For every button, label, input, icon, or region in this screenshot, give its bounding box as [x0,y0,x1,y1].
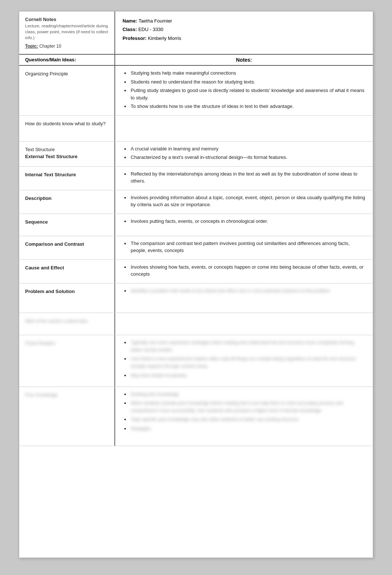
left-label-description: Description [25,195,52,201]
right-description: Involves providing information about a t… [115,190,373,214]
note-fluent-2: May have limited vocabulary. [123,372,365,379]
right-organizing-principle: Studying texts help make meaningful conn… [115,66,373,115]
left-blurred-1: Main of the section content idea [19,313,115,335]
note-sequence-0: Involves putting facts, events, or conce… [123,218,365,225]
right-cause-effect: Involves showing how facts, events, or c… [115,260,373,283]
note-0-3: To show students how to use the structur… [123,103,365,110]
right-sequence: Involves putting facts, events, or conce… [115,214,373,236]
note-comparison-0: The comparison and contrast text pattern… [123,240,365,254]
professor-line: Professor: Kimberly Morris [123,34,365,42]
row-how-students: How do students know what to study? [19,116,373,142]
right-how-students [115,116,373,141]
note-fluent-1: Less fluent or less experienced readers … [123,355,365,370]
row-sequence: Sequence Involves putting facts, events,… [19,214,373,236]
note-prior-2: Topic specific prior knowledge may also … [123,416,365,423]
row-text-structure: Text Structure External Text Structure A… [19,142,373,167]
blurred-left-prior: Prior Knowledge [25,392,58,398]
right-fluent-readers: Typically use more expressive strategies… [115,335,373,387]
name-line: Name: Taetha Fournier [123,17,365,25]
header-section: Cornell Notes Lecture, reading/chapter/n… [19,11,373,55]
row-organizing-principle: Organizing Principle Studying texts help… [19,66,373,116]
left-text-structure: Text Structure External Text Structure [19,142,115,166]
row-cause-effect: Cause and Effect Involves showing how fa… [19,260,373,283]
topic-line: Topic: Chapter 10 [25,44,109,49]
left-label-problem: Problem and Solution [25,289,75,294]
left-label-cause: Cause and Effect [25,265,64,271]
header-subtitle: Lecture, reading/chapter/novel/article d… [25,23,109,41]
right-col-header: Notes: [115,55,373,65]
blurred-left-fluent: Fluent Readers [25,341,55,346]
left-label-text-structure: Text Structure [25,147,55,152]
row-blurred-1: Main of the section content idea [19,313,373,335]
right-blurred-1 [115,313,373,335]
note-prior-3: Strategies. [123,425,365,432]
row-fluent-readers: Fluent Readers Typically use more expres… [19,335,373,387]
topic-value: Chapter 10 [39,44,61,49]
notes-list-cause: Involves showing how facts, events, or c… [123,263,365,278]
notes-list-comparison: The comparison and contrast text pattern… [123,240,365,254]
left-label-how: How do students know what to study? [25,121,106,126]
row-prior-knowledge: Prior Knowledge Existing prior knowledge… [19,387,373,446]
note-prior-0: Existing prior knowledge. [123,391,365,398]
class-value: EDU - 3330 [138,27,164,32]
left-how-students: How do students know what to study? [19,116,115,141]
header-left: Cornell Notes Lecture, reading/chapter/n… [19,11,115,54]
blurred-problem-note-0: Identifies a problem that needs to be so… [131,288,331,293]
right-prior-knowledge: Existing prior knowledge. When students … [115,387,373,446]
topic-label: Topic: [25,44,38,49]
column-headers: Questions/Main Ideas: Notes: [19,55,373,66]
left-label-external: External Text Structure [25,154,78,159]
note-fluent-0: Typically use more expressive strategies… [123,339,365,354]
header-right: Name: Taetha Fournier Class: EDU - 3330 … [115,11,373,54]
notes-list-fluent: Typically use more expressive strategies… [123,339,365,379]
note-internal-0: Reflected by the interrelationships amon… [123,170,365,185]
class-label: Class: [123,27,137,32]
professor-value: Kimberly Morris [148,35,181,41]
left-fluent-readers: Fluent Readers [19,335,115,387]
professor-label: Professor: [123,35,147,41]
note-problem-0: Identifies a problem that needs to be so… [123,287,365,295]
right-text-structure: A crucial variable in learning and memor… [115,142,373,166]
note-description-0: Involves providing information about a t… [123,194,365,208]
notes-list-problem: Identifies a problem that needs to be so… [123,287,365,295]
left-col-header: Questions/Main Ideas: [19,55,115,65]
class-line: Class: EDU - 3330 [123,25,365,34]
right-problem-solution: Identifies a problem that needs to be so… [115,283,373,313]
row-comparison: Comparison and Contrast The comparison a… [19,236,373,260]
notes-list-prior: Existing prior knowledge. When students … [123,391,365,432]
notes-list-0: Studying texts help make meaningful conn… [123,69,365,110]
row-description: Description Involves providing informati… [19,190,373,214]
left-description: Description [19,190,115,214]
note-2-1: Characterized by a text's overall in-str… [123,154,365,161]
left-prior-knowledge: Prior Knowledge [19,387,115,446]
cornell-notes-page: Cornell Notes Lecture, reading/chapter/n… [19,11,373,558]
notes-list-2: A crucial variable in learning and memor… [123,145,365,161]
name-value: Taetha Fournier [138,18,172,24]
row-internal-text-structure: Internal Text Structure Reflected by the… [19,167,373,190]
notes-list-description: Involves providing information about a t… [123,194,365,208]
cornell-notes-title: Cornell Notes [25,17,109,22]
row-problem-solution: Problem and Solution Identifies a proble… [19,283,373,313]
note-0-2: Putting study strategies to good use is … [123,87,365,101]
left-cause-effect: Cause and Effect [19,260,115,283]
blurred-left-1: Main of the section content idea [25,319,87,324]
notes-list-internal: Reflected by the interrelationships amon… [123,170,365,185]
left-internal: Internal Text Structure [19,167,115,190]
left-label-sequence: Sequence [25,219,48,225]
left-comparison: Comparison and Contrast [19,236,115,259]
left-label-internal: Internal Text Structure [25,172,76,177]
left-sequence: Sequence [19,214,115,236]
notes-list-sequence: Involves putting facts, events, or conce… [123,218,365,225]
note-2-0: A crucial variable in learning and memor… [123,145,365,153]
right-comparison: The comparison and contrast text pattern… [115,236,373,259]
right-internal: Reflected by the interrelationships amon… [115,167,373,190]
note-0-0: Studying texts help make meaningful conn… [123,69,365,77]
left-label-organizing: Organizing Principle [25,71,68,76]
note-cause-0: Involves showing how facts, events, or c… [123,263,365,278]
left-label-comparison: Comparison and Contrast [25,241,84,247]
name-label: Name: [123,18,137,24]
note-prior-1: When students activate prior knowledge b… [123,399,365,414]
note-0-1: Students need to understand the reason f… [123,78,365,86]
left-organizing-principle: Organizing Principle [19,66,115,115]
content-area: Organizing Principle Studying texts help… [19,66,373,446]
